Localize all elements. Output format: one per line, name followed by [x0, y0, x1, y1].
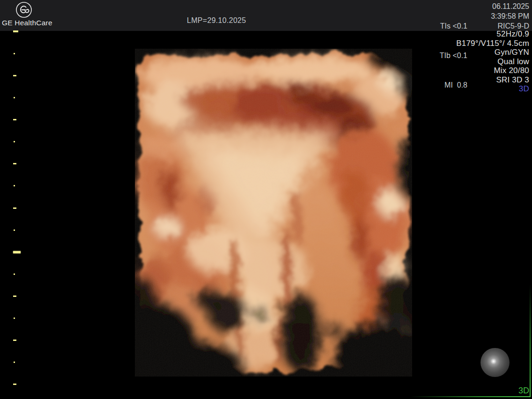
ruler-tick-dash: [13, 119, 16, 120]
ruler-tick-dash: [13, 75, 16, 76]
lmp-label: LMP=29.10.2025: [187, 16, 246, 25]
acquisition-parameters: 52Hz/0.9 B179°/V115°/ 4.5cm Gyn/GYN Qual…: [456, 30, 529, 94]
ruler-tick-dot: [14, 362, 15, 363]
ruler-tick-dash: [13, 340, 16, 341]
depth-ruler: [0, 0, 28, 399]
param-frame-rate: 52Hz/0.9: [456, 30, 529, 39]
ruler-tick-dot: [14, 229, 15, 231]
ruler-tick-dot: [14, 53, 15, 54]
header-bar: GE HealthCare LMP=29.10.2025 TIs <0.1 TI…: [0, 0, 532, 31]
param-mix: Mix 20/80: [456, 66, 529, 75]
ruler-tick-dot: [14, 185, 15, 186]
ruler-tick-major: [13, 30, 18, 32]
param-volume-angle: B179°/V115°/ 4.5cm: [456, 39, 529, 48]
ruler-tick-dot: [14, 97, 15, 98]
render-viewport[interactable]: [135, 49, 412, 377]
trackball-indicator: [480, 348, 510, 377]
param-sri: SRI 3D 3: [456, 75, 529, 85]
ruler-tick-dot: [14, 273, 15, 275]
active-mode-label: 3D: [456, 84, 529, 94]
ruler-tick-dash: [13, 296, 16, 297]
ruler-tick-dash: [13, 207, 16, 209]
ruler-tick-dash: [13, 163, 16, 164]
render-box-corner-label: 3D: [518, 386, 529, 396]
exam-date: 06.11.2025: [491, 1, 529, 11]
ruler-tick-dot: [14, 318, 15, 319]
param-quality: Qual low: [456, 57, 529, 66]
ruler-tick-focus: [13, 251, 21, 253]
uterus-3d-render: [135, 49, 412, 377]
param-preset: Gyn/GYN: [456, 48, 529, 57]
render-box-edge-horizontal: [410, 396, 531, 397]
exam-time: 3:39:58 PM: [491, 11, 529, 21]
ultrasound-screen: GE HealthCare LMP=29.10.2025 TIs <0.1 TI…: [0, 0, 532, 399]
render-box-edge-vertical: [530, 284, 531, 397]
datetime-probe-block: 06.11.2025 3:39:58 PM RIC5-9-D: [491, 1, 529, 31]
ruler-tick-dash: [13, 384, 16, 385]
ruler-tick-dot: [14, 141, 15, 142]
